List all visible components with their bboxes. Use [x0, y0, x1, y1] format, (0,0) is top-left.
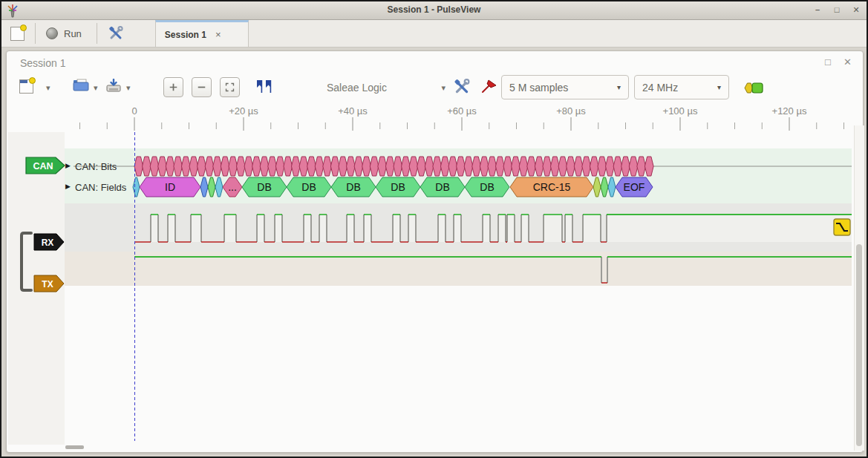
new-session-icon: [10, 27, 25, 41]
subwindow-maximize-button[interactable]: □: [825, 56, 831, 68]
wrench-screwdriver-icon: [108, 25, 124, 42]
zoom-in-button[interactable]: [163, 77, 183, 97]
expander-icon[interactable]: ▶: [65, 183, 71, 190]
settings-button[interactable]: [102, 22, 130, 45]
run-button[interactable]: Run: [40, 22, 88, 45]
tab-session-1[interactable]: Session 1 ×: [155, 20, 249, 47]
show-cursors-button[interactable]: [249, 76, 280, 99]
device-caret-icon: ▾: [441, 84, 446, 91]
session-subwindow: Session 1 □ ✕: [6, 50, 864, 453]
tab-close-icon[interactable]: ×: [215, 29, 221, 40]
save-icon: [105, 79, 122, 94]
add-decoder-button[interactable]: [738, 77, 770, 101]
zoom-out-button[interactable]: [192, 77, 212, 97]
sample-count-caret-icon: ▾: [617, 83, 621, 91]
sample-rate-caret-icon: ▾: [717, 83, 721, 91]
open-folder-icon: [73, 79, 89, 94]
tab-label: Session 1: [165, 30, 206, 40]
device-select[interactable]: Saleae Logic ▾: [321, 78, 446, 97]
decoder-row-label-fields[interactable]: CAN: Fields: [75, 182, 126, 193]
vertical-scrollbar-thumb[interactable]: [856, 244, 862, 446]
sample-rate-label: 24 MHz: [642, 82, 678, 94]
open-button[interactable]: [67, 74, 95, 98]
mdi-area: Session 1 □ ✕: [1, 48, 867, 458]
toolbar-separator: [35, 23, 36, 44]
decoder-row-label-bits[interactable]: CAN: Bits: [75, 161, 117, 172]
expander-icon[interactable]: ▶: [65, 162, 71, 169]
channels-probe-button[interactable]: [474, 75, 504, 99]
probe-icon: [480, 78, 498, 96]
wrench-screwdriver-icon: [453, 78, 471, 96]
run-state-icon: [46, 27, 58, 39]
save-dropdown-caret-icon[interactable]: ▾: [126, 84, 131, 91]
horizontal-scrollbar-thumb[interactable]: [65, 445, 84, 449]
pulseview-window: Session 1 - PulseView – □ ✕ Run: [0, 0, 868, 458]
zoom-fit-button[interactable]: [220, 77, 240, 97]
title-bar: Session 1 - PulseView – □ ✕: [1, 1, 867, 20]
device-settings-button[interactable]: [447, 75, 477, 99]
window-controls: – □ ✕: [812, 4, 862, 16]
new-dropdown-caret-icon[interactable]: ▾: [46, 84, 50, 91]
window-title: Session 1 - PulseView: [1, 4, 867, 15]
close-button[interactable]: ✕: [850, 4, 862, 16]
sample-count-select[interactable]: 5 M samples ▾: [501, 75, 629, 99]
minus-icon: [197, 82, 206, 93]
open-dropdown-caret-icon[interactable]: ▾: [94, 84, 98, 91]
plus-icon: [169, 82, 178, 93]
subwindow-close-button[interactable]: ✕: [843, 56, 852, 68]
decoder-icon: [744, 82, 764, 96]
run-label: Run: [64, 28, 82, 39]
sample-count-label: 5 M samples: [509, 82, 568, 94]
new-session-file-button[interactable]: [13, 74, 39, 98]
toolbar-separator: [97, 23, 97, 44]
save-button[interactable]: [99, 74, 128, 98]
minimize-button[interactable]: –: [812, 4, 823, 16]
sample-rate-select[interactable]: 24 MHz ▾: [634, 75, 729, 99]
new-file-icon: [19, 79, 33, 94]
main-toolbar: Run Session 1 ×: [1, 20, 867, 48]
device-label: Saleae Logic: [321, 82, 387, 94]
fit-corners-icon: [225, 81, 235, 94]
maximize-button[interactable]: □: [831, 4, 843, 16]
session-title: Session 1: [20, 57, 65, 69]
cursor-flags-icon: [255, 79, 274, 96]
new-session-button[interactable]: [4, 22, 30, 45]
